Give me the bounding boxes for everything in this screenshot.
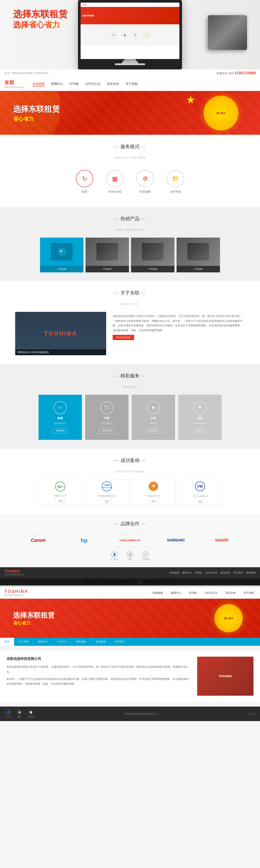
service-card-btn-reliable[interactable]: 查看详情 xyxy=(99,428,114,433)
tab-home[interactable]: 首页 xyxy=(0,638,14,646)
main-nav-links: 友情链接 新闻中心 打印机 云打印公示 宜宝合作 关于东联 xyxy=(33,82,138,86)
service-icon-lease: ↻ xyxy=(76,170,93,187)
product-card-1[interactable]: 🔍 产品名称 xyxy=(40,238,83,272)
subpage-logo[interactable]: TOSHIBA 东联信息科技有限公司 xyxy=(4,589,28,597)
service-icon-fema: ▦ xyxy=(106,170,123,187)
sub-nav-6[interactable]: 关于东联 xyxy=(242,590,256,596)
service-card-btn-shortcut[interactable]: 查看详情 xyxy=(53,428,68,433)
article-title: 东联信息科技有限公司 xyxy=(6,657,191,661)
breadcrumb-separator: / xyxy=(10,72,12,75)
sub-person-icon: 👤 xyxy=(5,709,11,715)
featured-services-title: 精彩服务 xyxy=(15,373,245,379)
case-btn-electric[interactable]: 详情 xyxy=(55,499,65,504)
tab-contact[interactable]: 联系我们 xyxy=(111,638,130,646)
service-card-btn-caring[interactable]: 查看详情 xyxy=(146,428,161,433)
product-card-4[interactable]: 产品名称 xyxy=(177,238,220,272)
footer-link-1[interactable]: 友情链接 xyxy=(170,571,179,575)
case-logo-vw: VW xyxy=(194,481,206,493)
sub-nav-5[interactable]: 宜宝合作 xyxy=(224,590,237,596)
brand-hp[interactable]: hp xyxy=(61,534,107,547)
content-main: 东联信息科技有限公司 东联信息科技有限公司成立于2009年，注册资金1000万，… xyxy=(6,657,191,696)
brand-samsung-text: SAMSUNG xyxy=(167,538,185,542)
service-icon-annual: ⚙ xyxy=(137,170,154,187)
service-card-reliable[interactable]: 🛡 可靠 RELIABLE 查看详情 xyxy=(85,395,128,440)
sub-nav-1[interactable]: 友情链接 xyxy=(151,590,165,596)
tab-cases[interactable]: 成功案例 xyxy=(91,638,111,646)
tab-about[interactable]: 关于东联 xyxy=(14,638,33,646)
breadcrumb-home[interactable]: 首页 xyxy=(4,72,9,75)
service-card-en-reliable: RELIABLE xyxy=(102,422,112,425)
brand-logo[interactable]: 东联 东联信息科技有限公司 xyxy=(4,80,24,89)
service-card-convenient[interactable]: ☂ 便利 CONVENIENT 查看详情 xyxy=(178,395,222,440)
nav-link-yibao[interactable]: 宜宝合作 xyxy=(107,82,119,86)
case-item-vw[interactable]: VW 一汽大众有限公司 详情 xyxy=(178,479,222,505)
footer-link-3[interactable]: 打印机 xyxy=(195,571,202,575)
manage-login-link[interactable]: 管理登录 xyxy=(247,712,256,715)
sub-nav-2[interactable]: 新闻中心 xyxy=(169,590,183,596)
service-label-lease: 租赁 xyxy=(82,190,87,194)
footer-link-5[interactable]: 宜宝合作 xyxy=(221,571,230,575)
about-title: 关于东联 xyxy=(0,290,260,296)
about-inner: TOSHIBA 明明的的办公环境 助领通信息 东联信息科技有限公司成立于2009… xyxy=(11,312,249,355)
footer-link-manage[interactable]: 管理登录 xyxy=(246,571,256,575)
brand-canon[interactable]: Canon xyxy=(15,534,61,547)
sub-nav-4[interactable]: 云打印公示 xyxy=(203,590,219,596)
breadcrumb-current: 东联信息科技有限公司网站首页 xyxy=(12,72,48,75)
brand-icon-3: 📋 公司资质 xyxy=(142,551,149,561)
monitor: Dolan 选择东联租赁 ↻ ▦ ⚙ 📁 xyxy=(78,0,182,69)
service-card-btn-convenient[interactable]: 查看详情 xyxy=(192,428,208,433)
toshiba-logo-text: TOSHIBA xyxy=(4,589,28,594)
case-name-electric: 国家电力公司 xyxy=(54,494,67,497)
case-item-electric[interactable]: 电力 国家电力公司 详情 xyxy=(39,479,82,505)
article-text-1: 东联信息科技有限公司成立于2009年，注册资金1000万，位于河南省郑州市。是一… xyxy=(6,664,191,675)
cases-title: 成功案例 xyxy=(15,457,245,464)
main-nav-inner: 东联 东联信息科技有限公司 友情链接 新闻中心 打印机 云打印公示 宜宝合作 关… xyxy=(0,80,260,89)
brand-sharp[interactable]: SHARP xyxy=(199,534,245,547)
footer-logo-area: TOSHIBA 东联信息科技有限公司 xyxy=(4,569,24,576)
brand-samsung[interactable]: SAMSUNG xyxy=(153,534,199,547)
products-container: 热销产品 HOT PRODUCTS 🔍 产品名称 产品名称 xyxy=(11,215,249,272)
service-card-caring[interactable]: ♥ 关爱 CARING 查看详情 xyxy=(132,395,175,440)
brand-icon-label-2: 首页 xyxy=(128,558,132,561)
footer-company: 东联信息科技有限公司 xyxy=(4,573,24,576)
nav-link-cloud[interactable]: 云打印公示 xyxy=(85,82,101,86)
tab-products[interactable]: 产品中心 xyxy=(53,638,72,646)
product-name-2: 产品名称 xyxy=(103,268,112,270)
case-item-oil[interactable]: ✸ 中国石油公司 详情 xyxy=(132,479,175,505)
brand-konica[interactable]: KONICA MINOLTA xyxy=(107,534,153,547)
sub-footer-icons: 👤 个人中心 🏠 首页 📋 公司资质 xyxy=(4,709,35,718)
service-container: 服务模式 SERVICE PATTERN ↻ 租赁 ▦ FEMA全包 ⚙ 年度保… xyxy=(11,144,249,198)
sub-icon-label-1: 个人中心 xyxy=(4,716,12,718)
tab-services[interactable]: 精彩服务 xyxy=(72,638,91,646)
read-more-button[interactable]: READ MORE xyxy=(113,335,134,340)
service-card-en-convenient: CONVENIENT xyxy=(193,422,207,425)
brands-section: 品牌合作 Canon hp KONICA MINOLTA SAMSUNG SHA… xyxy=(0,514,260,567)
monitor-icon2: ▦ xyxy=(121,32,128,38)
red-banner-content: 选择东联租赁 省心省力 xyxy=(0,97,73,129)
service-section: 服务模式 SERVICE PATTERN ↻ 租赁 ▦ FEMA全包 ⚙ 年度保… xyxy=(0,135,260,207)
nav-link-about[interactable]: 关于东联 xyxy=(126,82,138,86)
case-item-telecom[interactable]: 中国电信 CHINA TELECOM 中国电信有限公司 详情 xyxy=(85,479,128,505)
nav-link-news[interactable]: 新闻中心 xyxy=(51,82,63,86)
footer-copyright: © 版权所有 东联信息科技有限公司 xyxy=(82,580,136,584)
red-banner-title: 选择东联租赁 xyxy=(13,104,60,115)
nav-link-printer[interactable]: 打印机 xyxy=(70,82,79,86)
footer-link-4[interactable]: 云打印公示 xyxy=(206,571,217,575)
product-info-2: 产品名称 xyxy=(85,266,129,272)
case-btn-telecom[interactable]: 详情 xyxy=(102,499,112,504)
cases-grid: 电力 国家电力公司 详情 中国电信 CHINA TELECOM 中国电信有限公司… xyxy=(15,479,245,505)
nav-link-youqing[interactable]: 友情链接 xyxy=(33,82,45,86)
tab-news[interactable]: 新闻中心 xyxy=(33,638,53,646)
product-card-2[interactable]: 产品名称 xyxy=(85,238,129,272)
sub-nav-3[interactable]: 打印机 xyxy=(187,590,198,596)
service-card-shortcut[interactable]: 🐦 快捷 SHORTCUT 查看详情 xyxy=(39,395,82,440)
product-card-3[interactable]: 产品名称 xyxy=(131,238,175,272)
footer-toshiba: TOSHIBA xyxy=(4,569,24,573)
product-printer-2 xyxy=(97,243,118,260)
footer-link-6[interactable]: 关于东联 xyxy=(233,571,243,575)
yellow-circle: 省心省力 xyxy=(204,96,238,130)
case-btn-oil[interactable]: 详情 xyxy=(149,499,158,504)
case-btn-vw[interactable]: 详情 xyxy=(195,499,205,504)
person-icon: 👤 xyxy=(111,551,117,557)
footer-link-2[interactable]: 新闻中心 xyxy=(182,571,192,575)
